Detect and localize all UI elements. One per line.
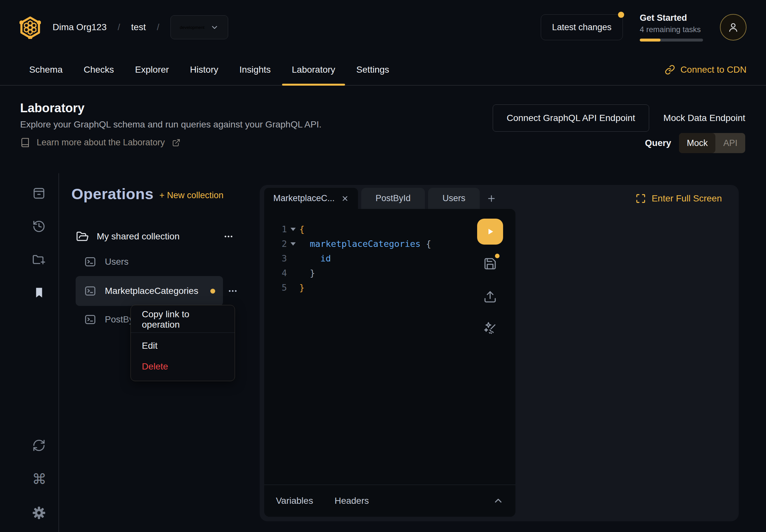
operations-heading: Operations <box>71 185 153 203</box>
person-icon <box>727 21 739 33</box>
get-started-progress-track <box>640 39 703 42</box>
user-avatar[interactable] <box>720 14 747 41</box>
collapse-footer-button[interactable] <box>493 495 504 506</box>
operation-icon <box>84 313 96 326</box>
tab-checks[interactable]: Checks <box>74 54 124 85</box>
get-started-subtitle: 4 remaining tasks <box>640 25 703 34</box>
editor-toolbar <box>477 219 503 336</box>
notification-dot <box>618 12 624 18</box>
collection-name: My shared collection <box>97 231 179 242</box>
breadcrumb-project[interactable]: test <box>131 22 146 32</box>
editor-tab-postbyid[interactable]: PostById <box>361 188 425 209</box>
prettify-sparkle-icon <box>483 321 497 335</box>
operation-row-marketplacecategories[interactable]: MarketplaceCategories <box>76 276 223 306</box>
mock-data-endpoint-link[interactable]: Mock Data Endpoint <box>663 113 745 123</box>
unsaved-changes-dot <box>495 254 500 258</box>
vertical-divider <box>58 173 59 532</box>
query-mode-row: Query Mock API <box>645 133 745 153</box>
learn-more-link[interactable]: Learn more about the Laboratory <box>20 138 180 148</box>
new-collection-icon[interactable] <box>32 253 46 266</box>
editor-tab-users[interactable]: Users <box>428 188 480 209</box>
new-tab-button[interactable] <box>485 192 498 205</box>
menu-item-delete[interactable]: Delete <box>131 356 235 377</box>
play-icon <box>485 226 496 237</box>
fullscreen-icon <box>636 193 646 204</box>
top-header: Dima Org123 / test / development Latest … <box>0 0 766 54</box>
external-link-icon <box>172 139 180 147</box>
menu-item-edit[interactable]: Edit <box>131 335 235 356</box>
editor-tab-marketplacecategories[interactable]: MarketplaceC... <box>264 188 358 209</box>
tab-history[interactable]: History <box>180 54 228 85</box>
operation-icon <box>84 256 96 268</box>
environment-label: development <box>180 25 204 30</box>
documentation-explorer-icon[interactable] <box>32 187 46 200</box>
connect-endpoint-button[interactable]: Connect GraphQL API Endpoint <box>493 104 649 132</box>
page-title: Laboratory <box>20 101 84 115</box>
tool-rail: ⌘ <box>19 172 58 532</box>
ellipsis-icon <box>227 286 238 296</box>
variables-tab[interactable]: Variables <box>276 496 313 506</box>
operation-icon <box>84 285 96 297</box>
query-label: Query <box>645 138 671 148</box>
connect-to-cdn-link[interactable]: Connect to CDN <box>665 54 747 85</box>
latest-changes-button[interactable]: Latest changes <box>541 14 623 40</box>
close-tab-icon[interactable] <box>341 195 349 202</box>
query-mode-api[interactable]: API <box>715 133 745 153</box>
collection-row[interactable]: My shared collection <box>71 226 240 247</box>
breadcrumb: Dima Org123 / test / development <box>53 15 228 39</box>
hive-logo-icon[interactable] <box>19 16 41 39</box>
get-started-widget[interactable]: Get Started 4 remaining tasks <box>640 13 703 42</box>
endpoint-actions: Connect GraphQL API Endpoint Mock Data E… <box>493 104 745 132</box>
history-icon[interactable] <box>32 220 46 233</box>
shortcuts-icon[interactable]: ⌘ <box>32 472 46 486</box>
editor-footer: Variables Headers <box>264 485 516 517</box>
environment-selector[interactable]: development <box>170 15 228 39</box>
menu-item-copy-link[interactable]: Copy link to operation <box>131 309 235 330</box>
operation-row-users[interactable]: Users <box>76 251 223 272</box>
fold-toggle[interactable] <box>287 228 297 231</box>
upload-icon <box>483 290 497 304</box>
collections-bookmark-icon[interactable] <box>32 286 46 299</box>
link-icon <box>665 65 675 75</box>
share-operation-button[interactable] <box>483 290 497 305</box>
tab-laboratory[interactable]: Laboratory <box>282 54 345 85</box>
laboratory-content: ⌘ <box>0 172 766 532</box>
save-icon <box>483 257 497 271</box>
prettify-button[interactable] <box>483 321 497 336</box>
headers-tab[interactable]: Headers <box>334 496 369 506</box>
unsaved-changes-dot <box>210 289 215 294</box>
tab-explorer[interactable]: Explorer <box>125 54 178 85</box>
settings-gear-icon[interactable] <box>32 506 46 520</box>
query-editor[interactable]: 1 { 2 marketplaceCategories { 3 id <box>264 209 516 517</box>
tab-insights[interactable]: Insights <box>229 54 280 85</box>
query-panel: MarketplaceC... PostById Users E <box>260 185 739 521</box>
app-root: Dima Org123 / test / development Latest … <box>0 0 766 532</box>
collection-menu-button[interactable] <box>223 231 234 242</box>
operation-context-menu: Copy link to operation Edit Delete <box>130 305 235 381</box>
laboratory-subheader: Laboratory Explore your GraphQL schema a… <box>0 86 766 172</box>
main-nav: Schema Checks Explorer History Insights … <box>0 54 766 86</box>
enter-fullscreen-button[interactable]: Enter Full Screen <box>636 193 722 204</box>
plus-icon <box>487 194 496 203</box>
fold-toggle[interactable] <box>287 242 297 246</box>
folder-open-icon <box>76 230 89 243</box>
header-right: Latest changes Get Started 4 remaining t… <box>541 13 747 42</box>
query-mode-mock[interactable]: Mock <box>679 133 716 153</box>
latest-changes-label: Latest changes <box>552 22 612 32</box>
editor-tabs: MarketplaceC... PostById Users <box>264 188 498 209</box>
chevron-down-icon <box>210 23 219 31</box>
breadcrumb-org[interactable]: Dima Org123 <box>53 22 107 32</box>
chevron-up-icon <box>493 495 504 506</box>
tab-schema[interactable]: Schema <box>19 54 72 85</box>
tab-settings[interactable]: Settings <box>346 54 399 85</box>
operation-menu-button[interactable] <box>227 286 238 296</box>
book-icon <box>20 138 30 148</box>
get-started-title: Get Started <box>640 13 703 23</box>
refetch-schema-icon[interactable] <box>32 439 46 452</box>
new-collection-link[interactable]: + New collection <box>159 190 223 200</box>
query-mode-toggle: Mock API <box>679 133 745 153</box>
save-operation-button[interactable] <box>483 257 497 272</box>
breadcrumb-separator: / <box>157 22 159 32</box>
execute-query-button[interactable] <box>477 219 503 245</box>
ellipsis-icon <box>223 231 234 242</box>
